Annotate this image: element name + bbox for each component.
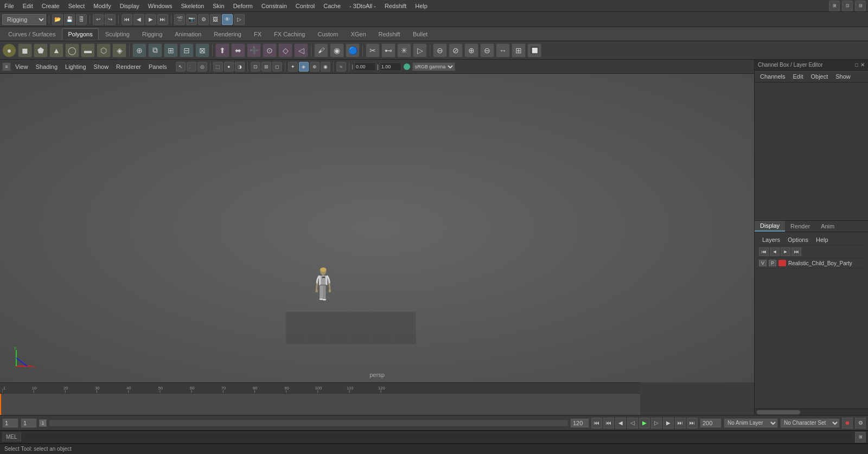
gamma-input[interactable]	[380, 62, 401, 71]
shelf-ring-sel[interactable]: ⊘	[449, 43, 463, 57]
menu-constrain[interactable]: Constrain	[257, 2, 291, 10]
workspace-select[interactable]: Rigging Modeling Sculpting Animation Ren…	[2, 14, 46, 25]
panel-menu-show[interactable]: Show	[832, 72, 854, 81]
shelf-cube[interactable]: ◼	[18, 43, 32, 57]
layer-visible-toggle[interactable]: V	[759, 260, 767, 266]
playback-next-field[interactable]: ▷	[651, 418, 662, 429]
render-view-btn[interactable]: 🖼	[210, 14, 221, 25]
vp-menu-panels[interactable]: Panels	[145, 62, 170, 71]
frame-end-input[interactable]	[570, 418, 589, 428]
redo-btn[interactable]: ↪	[105, 14, 116, 25]
shelf-unfold[interactable]: ⊞	[512, 43, 526, 57]
layer-color-swatch[interactable]	[778, 260, 786, 266]
vp-smooth-preview[interactable]: ◈	[299, 62, 309, 72]
render-btn[interactable]: 🎬	[174, 14, 185, 25]
vp-wireframe-btn[interactable]: ⬚	[213, 62, 223, 72]
save-as-btn[interactable]: 🗄	[76, 14, 87, 25]
shelf-paint-weights[interactable]: 🖌	[314, 43, 328, 57]
menu-create[interactable]: Create	[37, 2, 64, 10]
tab-rendering[interactable]: Rendering	[208, 28, 247, 40]
undo-btn[interactable]: ↩	[93, 14, 104, 25]
panel-tab-render[interactable]: Render	[785, 221, 815, 231]
ui-layout-btn-3[interactable]: ⊟	[855, 1, 866, 11]
playback-play[interactable]: ▶	[639, 418, 650, 429]
render-seq-btn[interactable]: 📷	[186, 14, 197, 25]
anim-layer-select[interactable]: No Anim Layer	[724, 418, 778, 428]
vp-resolution-gate[interactable]: ⊡	[251, 62, 260, 72]
layer-row[interactable]: V P Realistic_Child_Boy_Party	[757, 258, 866, 268]
save-file-btn[interactable]: 💾	[64, 14, 75, 25]
vp-smooth-shade-btn[interactable]: ●	[224, 62, 234, 72]
shelf-cone[interactable]: ▲	[49, 43, 63, 57]
shelf-target-weld[interactable]: ⊷	[381, 43, 395, 57]
mel-label[interactable]: MEL	[2, 432, 21, 442]
vp-xray-btn[interactable]: ✦	[288, 62, 298, 72]
shelf-torus[interactable]: ◯	[65, 43, 79, 57]
menu-select[interactable]: Select	[64, 2, 90, 10]
shelf-mirror[interactable]: ⊠	[195, 43, 209, 57]
settings-btn-2[interactable]: ⚙	[855, 418, 866, 429]
exposure-input[interactable]	[354, 62, 376, 71]
menu-control[interactable]: Control	[291, 2, 319, 10]
shelf-append[interactable]: ➕	[247, 43, 261, 57]
vp-menu-lighting[interactable]: Lighting	[62, 62, 90, 71]
render-extra-btn[interactable]: ▷	[234, 14, 245, 25]
layers-menu-layers[interactable]: Layers	[759, 235, 783, 244]
shelf-chamfer[interactable]: ◇	[278, 43, 292, 57]
prev-key-btn[interactable]: ⏮	[122, 14, 132, 25]
shelf-wedge[interactable]: ◁	[294, 43, 308, 57]
menu-skeleton[interactable]: Skeleton	[176, 2, 208, 10]
panel-menu-channels[interactable]: Channels	[757, 72, 788, 81]
open-file-btn[interactable]: 📂	[52, 14, 63, 25]
layer-nav-last[interactable]: ⏭	[792, 247, 801, 256]
menu-deform[interactable]: Deform	[229, 2, 257, 10]
playback-prev-field[interactable]: ◁	[627, 418, 638, 429]
color-profile-select[interactable]: sRGB gamma	[412, 62, 455, 71]
menu-cache[interactable]: Cache	[319, 2, 345, 10]
timeline-track[interactable]	[0, 393, 640, 415]
vp-menu-renderer[interactable]: Renderer	[113, 62, 144, 71]
prev-frame-btn[interactable]: ◀	[133, 14, 144, 25]
3d-viewport[interactable]: x y persp	[0, 74, 754, 382]
vp-motion-blur[interactable]: ≈	[336, 62, 346, 72]
shelf-bridge[interactable]: ⬌	[231, 43, 245, 57]
panel-menu-object[interactable]: Object	[807, 72, 831, 81]
vp-cam-btn[interactable]: 🎥	[187, 62, 196, 72]
tab-fx-caching[interactable]: FX Caching	[268, 28, 311, 40]
shelf-cylinder[interactable]: ⬟	[34, 43, 48, 57]
tab-bullet[interactable]: Bullet	[407, 28, 434, 40]
tab-redshift[interactable]: Redshift	[373, 28, 406, 40]
shelf-platonic[interactable]: ◈	[112, 43, 126, 57]
menu-modify[interactable]: Modify	[89, 2, 115, 10]
layers-menu-help[interactable]: Help	[813, 235, 832, 244]
panel-menu-icon[interactable]: ≡	[2, 62, 11, 71]
shelf-extract[interactable]: ⊟	[180, 43, 194, 57]
playback-prev-key[interactable]: ⏮	[603, 418, 614, 429]
vp-aa-btn[interactable]: ⊕	[310, 62, 320, 72]
timeline-progress-bar[interactable]	[49, 420, 568, 426]
vp-ssao-btn[interactable]: ◉	[321, 62, 330, 72]
shelf-extrude[interactable]: ⬆	[215, 43, 229, 57]
menu-file[interactable]: File	[0, 2, 18, 10]
panel-tab-anim[interactable]: Anim	[815, 221, 840, 231]
shelf-loop-sel[interactable]: ⊖	[433, 43, 447, 57]
mel-script-editor-btn[interactable]: ⊞	[855, 432, 866, 443]
tab-xgen[interactable]: XGen	[344, 28, 372, 40]
shelf-combine[interactable]: ⧉	[148, 43, 162, 57]
character-set-select[interactable]: No Character Set	[780, 418, 840, 428]
panel-menu-edit[interactable]: Edit	[789, 72, 806, 81]
vp-shaded-btn[interactable]: ◑	[235, 62, 245, 72]
playback-go-start[interactable]: ⏮	[591, 418, 602, 429]
next-frame-btn[interactable]: ▶	[145, 14, 156, 25]
playback-next-key[interactable]: ⏭	[675, 418, 686, 429]
menu-skin[interactable]: Skin	[208, 2, 228, 10]
panel-scrollbar-thumb[interactable]	[757, 410, 800, 414]
shelf-sculpt[interactable]: 🔵	[346, 43, 360, 57]
panel-scrollbar[interactable]	[755, 408, 868, 415]
tab-animation[interactable]: Animation	[169, 28, 207, 40]
vp-menu-view[interactable]: View	[12, 62, 31, 71]
menu-help[interactable]: Help	[411, 2, 432, 10]
layer-nav-first[interactable]: ⏮	[759, 247, 769, 256]
layer-playback-toggle[interactable]: P	[769, 260, 776, 266]
shelf-grow-sel[interactable]: ⊕	[464, 43, 478, 57]
